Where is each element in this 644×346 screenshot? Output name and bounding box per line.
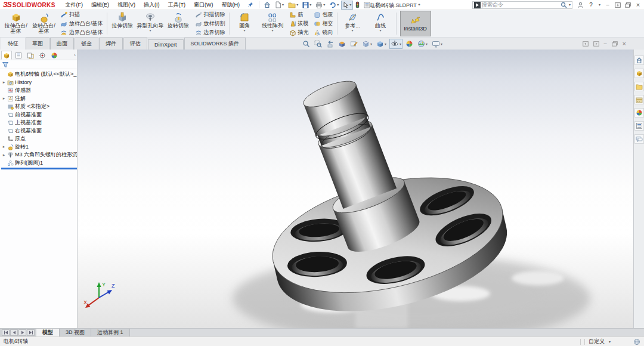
dropdown-caret-icon[interactable]: ▾: [441, 42, 442, 46]
doc-close-button[interactable]: ×: [623, 40, 626, 47]
zoom-to-area-icon[interactable]: [313, 39, 323, 49]
filter-funnel-icon[interactable]: [2, 61, 9, 68]
revolved-boss-button[interactable]: 旋转凸台/基体: [30, 11, 58, 36]
help-button[interactable]: ?: [588, 2, 594, 8]
tab-motion-study[interactable]: 运动算例 1: [91, 329, 130, 336]
edit-appearance-icon[interactable]: [404, 39, 414, 49]
view-settings-icon[interactable]: ▾: [431, 39, 444, 49]
tab-model[interactable]: 模型: [36, 329, 60, 336]
tree-item-right-plane[interactable]: 右视基准面: [1, 127, 77, 135]
loft-button[interactable]: 放样凸台/基体: [60, 20, 103, 27]
hide-show-items-icon[interactable]: ▾: [389, 39, 402, 49]
sweep-button[interactable]: 扫描: [60, 11, 103, 18]
menu-view[interactable]: 视图(V): [113, 1, 140, 10]
tab-solidworks-addins[interactable]: SOLIDWORKS 插件: [184, 38, 246, 50]
dropdown-caret-icon[interactable]: ▾: [309, 3, 311, 7]
home-button[interactable]: [262, 0, 273, 10]
expand-arrow-icon[interactable]: ▸: [1, 153, 7, 157]
solidworks-resources-icon[interactable]: [634, 69, 644, 78]
search-scope-caret-icon[interactable]: ▾: [569, 3, 571, 7]
tile-right-icon[interactable]: [593, 41, 599, 47]
dropdown-caret-icon[interactable]: ▾: [400, 42, 401, 46]
propertymanager-tab-icon[interactable]: [13, 51, 24, 60]
select-button[interactable]: ▾: [341, 1, 353, 10]
tree-item-revolve1[interactable]: ▸ 旋转1: [1, 143, 77, 152]
tree-item-sensors[interactable]: 传感器: [1, 86, 77, 95]
rebuild-button[interactable]: [354, 0, 361, 10]
dropdown-caret-icon[interactable]: ▾: [352, 29, 354, 32]
shell-button[interactable]: 抽壳: [289, 29, 309, 36]
extruded-cut-button[interactable]: 拉伸切除: [109, 11, 137, 36]
next-tab-button[interactable]: [18, 329, 26, 336]
close-button[interactable]: ×: [635, 1, 641, 8]
tree-item-circular-pattern[interactable]: 阵列(圆周)1: [1, 159, 77, 168]
maximize-button[interactable]: [615, 2, 621, 8]
expand-arrow-icon[interactable]: ▸: [1, 144, 7, 149]
dropdown-caret-icon[interactable]: ▾: [380, 29, 382, 32]
lofted-cut-button[interactable]: 放样切割: [195, 20, 225, 27]
last-tab-button[interactable]: [27, 329, 35, 336]
display-style-icon[interactable]: ▾: [375, 39, 388, 49]
dropdown-caret-icon[interactable]: ▾: [296, 3, 298, 7]
prev-tab-button[interactable]: [10, 329, 18, 336]
instant3d-button[interactable]: Instant3D: [400, 11, 431, 36]
configurationmanager-tab-icon[interactable]: [25, 51, 36, 60]
search-command-box[interactable]: ▾: [472, 1, 572, 9]
previous-view-icon[interactable]: [325, 39, 335, 49]
search-magnifier-icon[interactable]: [561, 2, 567, 8]
tab-dimxpert[interactable]: DimXpert: [148, 39, 184, 50]
tile-left-icon[interactable]: [583, 41, 589, 47]
boundary-cut-button[interactable]: 边界切除: [195, 29, 225, 36]
help-caret-icon[interactable]: ▾: [599, 3, 600, 7]
pin-menu-icon[interactable]: [247, 2, 253, 8]
more-tabs-icon[interactable]: ›: [74, 52, 76, 58]
tree-item-top-plane[interactable]: 上视基准面: [1, 119, 77, 127]
swept-cut-button[interactable]: 扫描切除: [195, 11, 225, 18]
3d-drawing-view-icon[interactable]: [349, 39, 359, 49]
dropdown-caret-icon[interactable]: ▾: [349, 3, 351, 7]
tree-item-history[interactable]: ▸ History: [1, 79, 77, 87]
expand-arrow-icon[interactable]: ▸: [1, 80, 7, 85]
tree-item-hole-wizard[interactable]: ▸ M3 六角凹头螺钉的柱形沉: [1, 151, 77, 159]
view-orientation-icon[interactable]: ▾: [361, 39, 373, 49]
zoom-to-fit-icon[interactable]: [301, 39, 311, 49]
tab-sheet-metal[interactable]: 钣金: [75, 38, 98, 50]
menu-file[interactable]: 文件(F): [61, 1, 88, 10]
menu-edit[interactable]: 编辑(E): [87, 1, 113, 10]
customize-menu[interactable]: 自定义: [589, 338, 605, 345]
tree-item-origin[interactable]: 原点: [1, 135, 77, 143]
hole-wizard-button[interactable]: 异型孔向导 ▾: [137, 11, 165, 36]
dimxpertmanager-tab-icon[interactable]: [37, 51, 48, 60]
open-button[interactable]: ▾: [286, 1, 300, 10]
section-view-icon[interactable]: [337, 39, 347, 49]
minimize-button[interactable]: –: [605, 2, 611, 8]
rollback-bar[interactable]: [1, 168, 77, 169]
tab-features[interactable]: 特征: [1, 38, 25, 50]
units-globe-icon[interactable]: [633, 338, 640, 345]
menu-tools[interactable]: 工具(T): [164, 1, 190, 10]
graphics-viewport[interactable]: Y X Z: [78, 50, 633, 328]
restore-button[interactable]: [625, 2, 631, 8]
revolved-cut-button[interactable]: 旋转切除: [165, 11, 193, 36]
doc-restore-button[interactable]: [612, 41, 618, 47]
dropdown-caret-icon[interactable]: ▾: [337, 3, 339, 7]
apply-scene-icon[interactable]: ▾: [416, 39, 429, 49]
dropdown-caret-icon[interactable]: ▾: [385, 42, 386, 46]
tab-3d-views[interactable]: 3D 视图: [60, 329, 91, 336]
mirror-button[interactable]: 镜向: [314, 29, 333, 36]
tab-weldments[interactable]: 焊件: [99, 38, 123, 50]
tab-evaluate[interactable]: 评估: [123, 38, 147, 50]
tree-root-part[interactable]: 电机6转轴 (默认<<默认>_显: [1, 70, 77, 79]
menu-window[interactable]: 窗口(W): [190, 1, 218, 10]
rib-button[interactable]: 筋: [289, 11, 309, 18]
doc-minimize-button[interactable]: –: [604, 41, 607, 47]
custom-properties-icon[interactable]: [634, 121, 644, 131]
expand-arrow-icon[interactable]: ▸: [1, 96, 7, 101]
tree-item-material[interactable]: 材质 <未指定>: [1, 103, 77, 111]
3d-part-model[interactable]: [78, 50, 633, 328]
dropdown-caret-icon[interactable]: ▾: [370, 42, 372, 46]
first-tab-button[interactable]: [2, 329, 10, 336]
dropdown-caret-icon[interactable]: ▾: [323, 3, 325, 7]
menu-insert[interactable]: 插入(I): [140, 1, 164, 10]
login-user-icon[interactable]: [577, 2, 584, 8]
